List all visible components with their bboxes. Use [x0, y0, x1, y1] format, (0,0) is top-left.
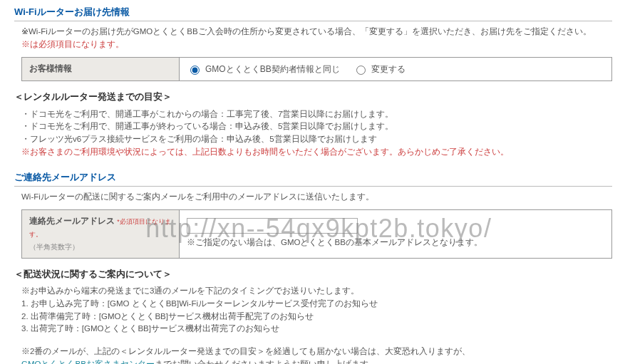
customer-info-cell: GMOとくとくBB契約者情報と同じ 変更する	[180, 57, 612, 81]
support-center-link[interactable]: GMOとくとくBBお客さまセンター	[21, 360, 155, 364]
radio-change-text: 変更する	[371, 63, 406, 76]
heading-delivery-info: Wi-Fiルーターお届け先情報	[14, 6, 130, 17]
contact-note-prefix: ※2番のメールが、上記の＜レンタルルーター発送までの目安＞を経過しても届かない場…	[21, 347, 470, 355]
shipping-line-3: ・フレッツ光v6プラス接続サービスをご利用の場合：申込み後、5営業日以降でお届け…	[21, 133, 612, 146]
radio-change[interactable]	[356, 66, 366, 75]
email-field-cell: ※ご指定のない場合は、GMOとくとくBBの基本メールアドレスとなります。	[180, 209, 612, 258]
note-required-marker: ※は必須項目になります。	[21, 38, 612, 51]
email-default-note: ※ご指定のない場合は、GMOとくとくBBの基本メールアドレスとなります。	[187, 236, 604, 249]
radio-same-as-contract[interactable]	[190, 66, 200, 75]
heading-shipping-estimate: ＜レンタルルーター発送までの目安＞	[14, 90, 612, 104]
shipping-line-2: ・ドコモ光をご利用で、開通工事が終わっている場合：申込み後、5営業日以降でお届け…	[21, 120, 612, 133]
email-input[interactable]	[187, 218, 358, 234]
customer-info-header: お客様情報	[22, 57, 180, 81]
radio-change-label[interactable]: 変更する	[353, 63, 406, 76]
contact-email-intro: Wi-Fiルーターの配送に関するご案内メールをご利用中のメールアドレスに送信いた…	[21, 191, 612, 204]
radio-same-text: GMOとくとくBB契約者情報と同じ	[205, 63, 340, 76]
customer-info-table: お客様情報 GMOとくとくBB契約者情報と同じ 変更する	[21, 57, 612, 82]
heading-contact-email: ご連絡先メールアドレス	[14, 172, 116, 182]
delivery-status-intro: ※お申込みから端末の発送までに3通のメールを下記のタイミングでお送りいたします。	[21, 285, 612, 298]
email-table: 連絡先メールアドレス *必須項目になります。 （半角英数字） ※ご指定のない場合…	[21, 209, 612, 259]
email-label-sub: （半角英数字）	[29, 241, 172, 253]
delivery-mail-1: 1. お申し込み完了時：[GMO とくとくBB]Wi-Fiルーターレンタルサービ…	[21, 298, 612, 311]
shipping-line-1: ・ドコモ光をご利用で、開通工事がこれからの場合：工事完了後、7営業日以降にお届け…	[21, 108, 612, 121]
email-label-cell: 連絡先メールアドレス *必須項目になります。 （半角英数字）	[22, 209, 180, 258]
shipping-warning: ※お客さまのご利用環境や状況によっては、上記日数よりもお時間をいただく場合がござ…	[21, 146, 612, 159]
heading-delivery-status: ＜配送状況に関するご案内について＞	[14, 267, 612, 281]
contact-note-suffix: までお問い合わせくださいますようお願い申し上げます。	[155, 360, 377, 364]
delivery-mail-2: 2. 出荷準備完了時：[GMOとくとくBB]サービス機材出荷手配完了のお知らせ	[21, 311, 612, 323]
email-label: 連絡先メールアドレス	[29, 217, 115, 225]
delivery-mail-3: 3. 出荷完了時：[GMOとくとくBB]サービス機材出荷完了のお知らせ	[21, 323, 612, 336]
note-delivery-change: ※Wi-Fiルーターのお届け先がGMOとくとくBBご入会時の住所から変更されてい…	[21, 26, 612, 38]
radio-same-as-contract-label[interactable]: GMOとくとくBB契約者情報と同じ	[187, 63, 340, 76]
